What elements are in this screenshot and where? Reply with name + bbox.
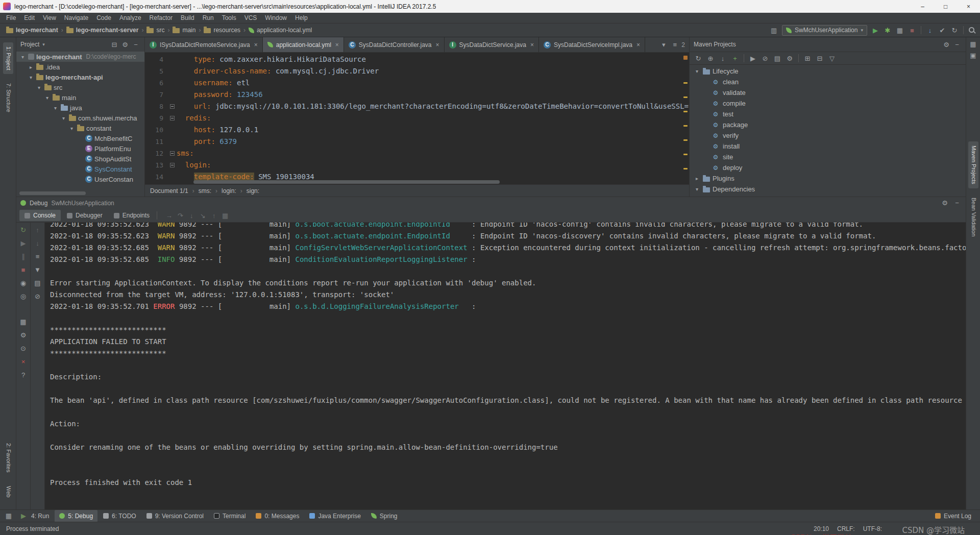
maven-settings-icon[interactable]: ⚙ [785, 54, 794, 63]
menu-help[interactable]: Help [291, 13, 312, 22]
tree-expanded-icon[interactable]: ▾ [694, 68, 700, 74]
menu-window[interactable]: Window [261, 13, 291, 22]
console-output[interactable]: 2022-01-18 09:35:52.623 WARN 9892 --- [ … [45, 223, 966, 509]
expand-all-icon[interactable]: ⊞ [803, 54, 812, 63]
up-stack-trace-icon[interactable]: ↑ [33, 225, 42, 234]
project-tree-item[interactable]: CUserConstan [16, 174, 144, 184]
tree-expanded-icon[interactable]: ▾ [28, 75, 34, 80]
breadcrumb-item[interactable]: src [144, 26, 166, 35]
maven-tree-item[interactable]: ⚙compile [690, 98, 966, 109]
code-editor[interactable]: 4 type: com.zaxxer.hikari.HikariDataSour… [145, 53, 689, 184]
step-out-icon[interactable]: ↑ [209, 211, 218, 220]
editor-breadcrumb-item[interactable]: login: [222, 187, 236, 194]
evaluate-expression-icon[interactable]: ▦ [220, 211, 230, 220]
hidden-tabs-icon[interactable]: ≡ [670, 40, 679, 50]
vcs-update-icon[interactable]: ↓ [925, 26, 935, 35]
maven-tree-item[interactable]: ▾Lifecycle [690, 66, 966, 77]
settings-gear-icon[interactable]: ⚙ [942, 40, 951, 49]
step-into-icon[interactable]: ↓ [187, 211, 196, 220]
editor-breadcrumb-item[interactable]: sms: [199, 187, 211, 194]
run-configuration-select[interactable]: SwMchUserApplication ▾ [782, 25, 867, 36]
tree-expanded-icon[interactable]: ▾ [44, 95, 51, 101]
tab-close-icon[interactable]: × [335, 41, 339, 48]
debug-tab-console[interactable]: Console [19, 210, 61, 221]
editor-horizontal-scrollbar[interactable] [193, 180, 500, 184]
project-tree-item[interactable]: ▾java [16, 103, 144, 113]
editor-breadcrumb-item[interactable]: sign: [247, 187, 259, 194]
breadcrumb-item[interactable]: lego-merchant [4, 26, 60, 35]
hide-panel-icon[interactable]: − [952, 40, 962, 49]
minimize-button[interactable]: – [911, 0, 934, 13]
fold-marker-icon[interactable] [168, 159, 177, 171]
maven-tree-item[interactable]: ⚙site [690, 152, 966, 162]
collapse-all-icon[interactable]: ⊟ [110, 40, 119, 49]
toolwindow-tab-4-run[interactable]: ▶4: Run [14, 510, 54, 522]
maven-tree-item[interactable]: ⚙validate [690, 87, 966, 98]
tab-close-icon[interactable]: × [254, 41, 258, 48]
restore-layout-icon[interactable]: ▦ [19, 317, 28, 326]
close-button[interactable]: × [957, 0, 980, 13]
filter-icon[interactable]: ▽ [827, 54, 837, 63]
show-execution-point-icon[interactable]: → [164, 211, 174, 220]
search-everywhere-icon[interactable] [968, 27, 976, 34]
tab-close-icon[interactable]: × [436, 41, 439, 48]
toolwindow-tab-5-debug[interactable]: 5: Debug [55, 510, 97, 522]
project-tree-item[interactable]: ▸.idea [16, 62, 144, 72]
file-encoding[interactable]: UTF-8: [863, 525, 882, 532]
maven-tree-item[interactable]: ▾Dependencies [690, 184, 966, 194]
maven-tree-item[interactable]: ⚙install [690, 141, 966, 152]
tree-expanded-icon[interactable]: ▾ [60, 115, 67, 121]
menu-vcs[interactable]: VCS [240, 13, 261, 22]
maximize-button[interactable]: □ [934, 0, 957, 13]
generate-sources-icon[interactable]: ⊕ [706, 54, 715, 63]
debug-tab-debugger[interactable]: Debugger [62, 210, 108, 221]
menu-refactor[interactable]: Refactor [145, 13, 177, 22]
scroll-to-end-icon[interactable]: ▼ [33, 265, 42, 274]
project-tree-item[interactable]: CSysConstant [16, 164, 144, 174]
breadcrumb-item[interactable]: main [170, 26, 198, 35]
tree-expanded-icon[interactable]: ▾ [52, 105, 59, 111]
maven-tree-item[interactable]: ⚙clean [690, 77, 966, 87]
stripe-icon[interactable]: ▦ [969, 39, 978, 48]
toggle-offline-icon[interactable]: ⊘ [761, 54, 770, 63]
menu-analyze[interactable]: Analyze [115, 13, 145, 22]
breadcrumb-item[interactable]: application-local.yml [247, 26, 314, 35]
debug-tab-endpoints[interactable]: Endpoints [109, 210, 155, 221]
pin-icon[interactable]: ⊙ [19, 344, 28, 353]
stop-icon[interactable]: ■ [908, 26, 917, 35]
project-tree-item[interactable]: CShopAuditSt [16, 154, 144, 164]
breadcrumb-item[interactable]: resources [202, 26, 242, 35]
editor-tab-isysdatadictremoteservice-java[interactable]: IISysDataDictRemoteService.java× [145, 37, 263, 52]
settings-gear-icon[interactable]: ⚙ [19, 330, 28, 339]
maven-tree-item[interactable]: ⚙deploy [690, 162, 966, 173]
force-step-into-icon[interactable]: ↘ [198, 211, 207, 220]
stop-icon[interactable]: ■ [19, 265, 28, 274]
vcs-revert-icon[interactable]: ↻ [950, 26, 959, 35]
collapse-all-icon[interactable]: ⊟ [815, 54, 824, 63]
toolbar-toggle-icon[interactable]: ▥ [769, 26, 778, 35]
settings-gear-icon[interactable]: ⚙ [940, 199, 949, 208]
fold-marker-icon[interactable] [168, 148, 177, 159]
scrollbar-thumb[interactable] [19, 191, 86, 195]
settings-gear-icon[interactable]: ⚙ [120, 40, 130, 49]
mute-breakpoints-icon[interactable]: ◎ [19, 291, 28, 301]
project-tree-item[interactable]: CMchBenefitC [16, 133, 144, 143]
reimport-icon[interactable]: ↻ [694, 54, 703, 63]
print-icon[interactable]: ▤ [33, 278, 42, 287]
fold-minus-icon[interactable] [170, 104, 175, 109]
project-tree-item[interactable]: ▾main [16, 92, 144, 103]
coverage-icon[interactable]: ▦ [895, 26, 904, 35]
project-tree-item[interactable]: ▾com.shuwei.mercha [16, 113, 144, 123]
tree-collapsed-icon[interactable]: ▸ [28, 64, 34, 70]
tool-stripe-web[interactable]: Web [3, 482, 13, 501]
line-separator[interactable]: CRLF: [837, 525, 855, 532]
menu-code[interactable]: Code [92, 13, 115, 22]
close-icon[interactable]: × [19, 357, 28, 366]
chevron-down-icon[interactable]: ▾ [659, 40, 668, 50]
tool-stripe-1-project[interactable]: 1: Project [3, 42, 13, 74]
project-tree-item[interactable]: ▾lego-merchant-api [16, 72, 144, 82]
tree-expanded-icon[interactable]: ▾ [36, 85, 42, 90]
tab-close-icon[interactable]: × [636, 41, 640, 48]
tool-stripe-2-favorites[interactable]: 2: Favorites [3, 439, 13, 476]
breadcrumb-item[interactable]: lego-merchant-server [64, 26, 141, 35]
